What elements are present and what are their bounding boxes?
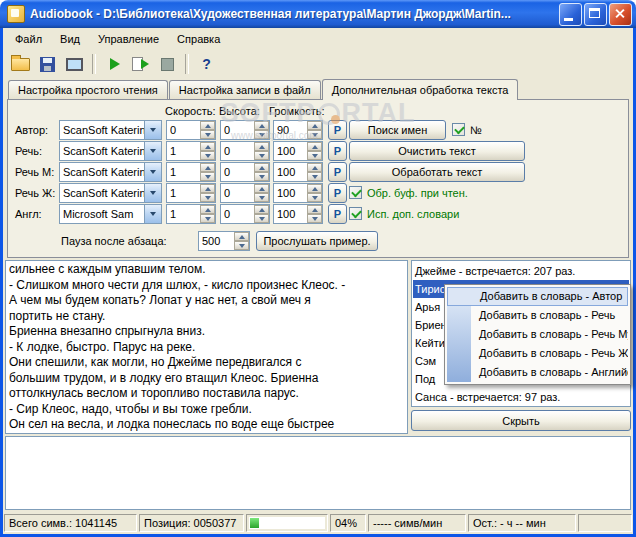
spin-up-icon[interactable] (234, 232, 249, 241)
voice-select[interactable]: Microsoft Sam (59, 204, 162, 224)
pitch-spinner[interactable]: 0 (220, 120, 270, 140)
pitch-spinner[interactable]: 0 (220, 162, 270, 182)
tab-text-processing[interactable]: Дополнительная обработка текста (322, 79, 519, 100)
preview-voice-button[interactable]: P (328, 162, 347, 182)
voice-select[interactable]: ScanSoft Katerina_Fu (59, 141, 162, 161)
spin-down-icon[interactable] (200, 193, 215, 202)
spin-up-icon[interactable] (200, 184, 215, 193)
speed-spinner[interactable]: 1 (166, 141, 216, 161)
spin-up-icon[interactable] (254, 163, 269, 172)
menu-help[interactable]: Справка (168, 30, 229, 48)
spin-down-icon[interactable] (307, 130, 322, 139)
spin-down-icon[interactable] (254, 214, 269, 223)
help-button[interactable]: ? (193, 52, 220, 77)
checkbox-box[interactable] (452, 123, 465, 136)
chevron-down-icon[interactable] (144, 163, 161, 181)
spin-down-icon[interactable] (307, 151, 322, 160)
menu-item-add-dict-speech-male[interactable]: Добавить в словарь - Речь Мужская (447, 325, 628, 344)
spin-up-icon[interactable] (307, 142, 322, 151)
clear-text-button[interactable]: Очистить текст (349, 141, 525, 161)
pause-spinner[interactable]: 500 (198, 231, 250, 251)
play-to-file-button[interactable] (127, 52, 154, 77)
process-text-button[interactable]: Обработать текст (349, 162, 525, 182)
spin-down-icon[interactable] (254, 172, 269, 181)
spin-up-icon[interactable] (200, 205, 215, 214)
open-button[interactable] (7, 52, 34, 77)
menu-view[interactable]: Вид (51, 30, 89, 48)
volume-spinner[interactable]: 100 (273, 204, 323, 224)
play-button[interactable] (100, 52, 127, 77)
spin-up-icon[interactable] (307, 184, 322, 193)
spin-down-icon[interactable] (200, 172, 215, 181)
spin-up-icon[interactable] (254, 184, 269, 193)
tab-simple-reading[interactable]: Настройка простого чтения (8, 80, 168, 99)
spin-up-icon[interactable] (307, 163, 322, 172)
secondary-text-area[interactable] (5, 436, 631, 510)
volume-spinner[interactable]: 100 (273, 162, 323, 182)
voice-select[interactable]: ScanSoft Katerina_Fu (59, 183, 162, 203)
voice-select[interactable]: ScanSoft Katerina_Fu (59, 162, 162, 182)
minimize-button[interactable] (559, 3, 582, 26)
speed-spinner[interactable]: 1 (166, 204, 216, 224)
preview-voice-button[interactable]: P (328, 204, 347, 224)
speed-spinner[interactable]: 0 (166, 120, 216, 140)
spin-down-icon[interactable] (254, 151, 269, 160)
menu-item-add-dict-author[interactable]: Добавить в словарь - Автор (447, 287, 628, 306)
spin-up-icon[interactable] (307, 205, 322, 214)
chevron-down-icon[interactable] (144, 184, 161, 202)
chevron-down-icon[interactable] (144, 142, 161, 160)
volume-spinner[interactable]: 90 (273, 120, 323, 140)
find-names-button[interactable]: Поиск имен (349, 120, 446, 140)
spin-down-icon[interactable] (200, 151, 215, 160)
spin-up-icon[interactable] (200, 163, 215, 172)
spin-down-icon[interactable] (307, 193, 322, 202)
spin-down-icon[interactable] (254, 193, 269, 202)
spin-up-icon[interactable] (254, 205, 269, 214)
hide-button[interactable]: Скрыть (411, 410, 631, 431)
chevron-down-icon[interactable] (144, 205, 161, 223)
speed-spinner[interactable]: 1 (166, 183, 216, 203)
tab-record-to-file[interactable]: Настройка записи в файл (169, 80, 321, 99)
checkbox-box[interactable] (349, 186, 362, 199)
close-button[interactable] (609, 3, 632, 26)
menu-file[interactable]: Файл (6, 30, 51, 48)
spin-up-icon[interactable] (254, 142, 269, 151)
menu-item-add-dict-speech[interactable]: Добавить в словарь - Речь (447, 306, 628, 325)
maximize-button[interactable] (584, 3, 607, 26)
speed-spinner[interactable]: 1 (166, 162, 216, 182)
voice-select[interactable]: ScanSoft Katerina_Fu (59, 120, 162, 140)
save-button[interactable] (34, 52, 61, 77)
checkbox-box[interactable] (349, 207, 362, 220)
spin-down-icon[interactable] (234, 241, 249, 250)
menu-item-add-dict-speech-female[interactable]: Добавить в словарь - Речь Женская (447, 344, 628, 363)
process-buffer-checkbox[interactable]: Обр. буф. при чтен. (349, 186, 468, 199)
extra-dictionaries-checkbox[interactable]: Исп. доп. словари (349, 207, 459, 220)
preview-voice-button[interactable]: P (328, 120, 347, 140)
book-text-area[interactable]: сильнее с каждым упавшим телом. - Слишко… (5, 260, 408, 434)
preview-voice-button[interactable]: P (328, 141, 347, 161)
pitch-spinner[interactable]: 0 (220, 183, 270, 203)
spin-down-icon[interactable] (307, 172, 322, 181)
chevron-down-icon[interactable] (144, 121, 161, 139)
listen-sample-button[interactable]: Прослушать пример. (256, 231, 378, 251)
volume-spinner[interactable]: 100 (273, 183, 323, 203)
spin-down-icon[interactable] (307, 214, 322, 223)
volume-spinner[interactable]: 100 (273, 141, 323, 161)
pitch-spinner[interactable]: 0 (220, 204, 270, 224)
preview-voice-button[interactable]: P (328, 183, 347, 203)
spin-up-icon[interactable] (200, 121, 215, 130)
export-button[interactable] (61, 52, 88, 77)
spin-down-icon[interactable] (254, 130, 269, 139)
menu-manage[interactable]: Управление (89, 30, 168, 48)
spin-up-icon[interactable] (200, 142, 215, 151)
spin-up-icon[interactable] (254, 121, 269, 130)
list-item[interactable]: Джейме - встречается: 207 раз. (413, 262, 629, 280)
menu-item-add-dict-english[interactable]: Добавить в словарь - Английский (447, 363, 628, 382)
spin-down-icon[interactable] (200, 214, 215, 223)
spin-up-icon[interactable] (307, 121, 322, 130)
stop-button[interactable] (154, 52, 181, 77)
pitch-spinner[interactable]: 0 (220, 141, 270, 161)
spin-down-icon[interactable] (200, 130, 215, 139)
numbering-checkbox[interactable]: № (452, 123, 482, 136)
list-item[interactable]: Санса - встречается: 97 раз. (413, 388, 629, 406)
